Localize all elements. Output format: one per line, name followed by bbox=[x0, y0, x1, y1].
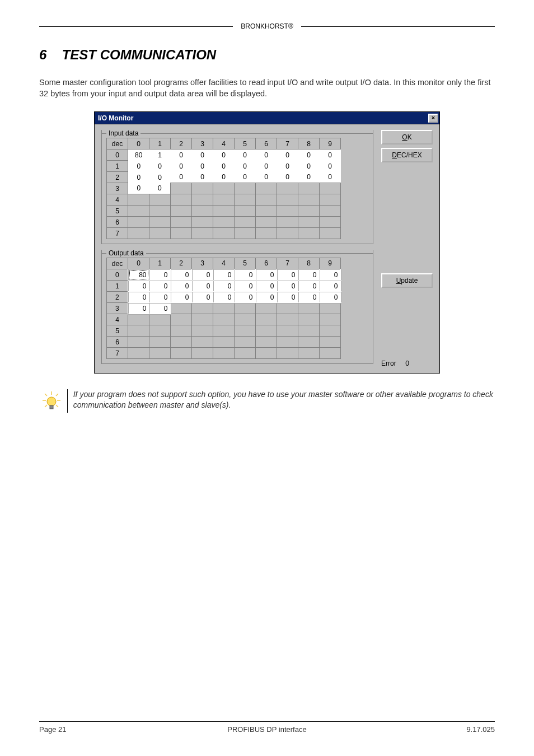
data-cell[interactable]: 0 bbox=[320, 281, 341, 292]
empty-cell bbox=[235, 314, 256, 325]
ok-button[interactable]: OK bbox=[381, 130, 433, 144]
empty-cell bbox=[171, 206, 192, 217]
brand-name: BRONKHORST® bbox=[241, 22, 293, 30]
empty-cell bbox=[213, 303, 235, 314]
data-cell[interactable]: 0 bbox=[277, 292, 298, 303]
row-header: 2 bbox=[107, 292, 128, 303]
table-row: 20000000000 bbox=[107, 292, 341, 303]
empty-cell bbox=[235, 206, 256, 217]
data-cell: 0 bbox=[256, 150, 277, 161]
empty-cell bbox=[298, 348, 320, 359]
empty-cell bbox=[277, 325, 298, 337]
output-col-header-row: dec0123456789 bbox=[107, 258, 341, 269]
data-cell[interactable]: 0 bbox=[298, 269, 320, 281]
data-cell: 0 bbox=[171, 150, 192, 161]
output-data-group: Output data dec0123456789 08000000000010… bbox=[101, 250, 373, 364]
data-cell[interactable]: 0 bbox=[149, 292, 171, 303]
data-cell[interactable]: 0 bbox=[192, 281, 213, 292]
col-header: 7 bbox=[277, 258, 298, 269]
empty-cell bbox=[277, 348, 298, 359]
data-cell: 0 bbox=[149, 161, 171, 172]
col-header: 9 bbox=[320, 138, 341, 150]
data-cell[interactable]: 0 bbox=[149, 303, 171, 314]
table-row: 20000000000 bbox=[107, 172, 341, 183]
footer-doc: PROFIBUS DP interface bbox=[191, 725, 343, 734]
empty-cell bbox=[213, 228, 235, 239]
update-button[interactable]: Update bbox=[381, 273, 433, 288]
data-cell[interactable]: 0 bbox=[149, 269, 171, 281]
table-row: 10000000000 bbox=[107, 281, 341, 292]
empty-cell bbox=[320, 228, 341, 239]
empty-cell bbox=[213, 206, 235, 217]
data-cell[interactable]: 0 bbox=[256, 269, 277, 281]
close-icon[interactable]: × bbox=[428, 114, 438, 123]
data-cell[interactable]: 0 bbox=[235, 269, 256, 281]
input-data-table: dec0123456789 08010000000010000000000200… bbox=[106, 138, 341, 239]
data-cell[interactable]: 0 bbox=[171, 281, 192, 292]
data-cell[interactable]: 0 bbox=[192, 292, 213, 303]
output-data-legend: Output data bbox=[106, 249, 146, 257]
tip-text: If your program does not support such op… bbox=[73, 389, 495, 410]
data-cell[interactable]: 80 bbox=[128, 269, 149, 281]
data-cell[interactable]: 0 bbox=[171, 292, 192, 303]
data-cell[interactable]: 0 bbox=[298, 292, 320, 303]
data-cell[interactable]: 0 bbox=[256, 292, 277, 303]
data-cell[interactable]: 0 bbox=[192, 269, 213, 281]
data-cell[interactable]: 0 bbox=[235, 292, 256, 303]
row-header: 6 bbox=[107, 217, 128, 228]
row-header: 6 bbox=[107, 337, 128, 348]
empty-cell bbox=[298, 183, 320, 194]
empty-cell bbox=[213, 194, 235, 206]
data-cell: 0 bbox=[235, 172, 256, 183]
empty-cell bbox=[256, 337, 277, 348]
empty-cell bbox=[256, 228, 277, 239]
data-cell: 0 bbox=[192, 172, 213, 183]
data-cell[interactable]: 0 bbox=[213, 281, 235, 292]
tip-block: If your program does not support such op… bbox=[39, 389, 495, 413]
col-header: 3 bbox=[192, 258, 213, 269]
empty-cell bbox=[320, 325, 341, 337]
data-cell: 0 bbox=[298, 150, 320, 161]
data-cell[interactable]: 0 bbox=[277, 269, 298, 281]
dialog-titlebar: I/O Monitor × bbox=[94, 111, 440, 124]
empty-cell bbox=[192, 325, 213, 337]
table-row: 5 bbox=[107, 325, 341, 337]
empty-cell bbox=[277, 314, 298, 325]
data-cell[interactable]: 0 bbox=[235, 281, 256, 292]
row-header-label: dec bbox=[107, 258, 128, 269]
data-cell[interactable]: 0 bbox=[320, 269, 341, 281]
data-cell[interactable]: 0 bbox=[128, 303, 149, 314]
data-cell[interactable]: 0 bbox=[171, 269, 192, 281]
data-cell: 0 bbox=[149, 172, 171, 183]
empty-cell bbox=[213, 314, 235, 325]
empty-cell bbox=[256, 183, 277, 194]
data-cell[interactable]: 0 bbox=[256, 281, 277, 292]
data-cell[interactable]: 0 bbox=[298, 281, 320, 292]
data-cell[interactable]: 0 bbox=[128, 281, 149, 292]
section-number: 6 bbox=[39, 47, 58, 63]
data-cell[interactable]: 0 bbox=[277, 281, 298, 292]
svg-point-7 bbox=[47, 397, 56, 406]
input-col-header-row: dec0123456789 bbox=[107, 138, 341, 150]
empty-cell bbox=[149, 337, 171, 348]
data-cell[interactable]: 0 bbox=[213, 292, 235, 303]
col-header: 0 bbox=[128, 258, 149, 269]
data-cell: 0 bbox=[128, 183, 149, 194]
data-cell[interactable]: 0 bbox=[213, 269, 235, 281]
empty-cell bbox=[235, 303, 256, 314]
empty-cell bbox=[171, 303, 192, 314]
empty-cell bbox=[320, 206, 341, 217]
data-cell[interactable]: 0 bbox=[320, 292, 341, 303]
data-cell[interactable]: 0 bbox=[149, 281, 171, 292]
empty-cell bbox=[128, 217, 149, 228]
table-row: 4 bbox=[107, 314, 341, 325]
data-cell[interactable]: 0 bbox=[128, 292, 149, 303]
data-cell: 0 bbox=[171, 161, 192, 172]
empty-cell bbox=[277, 206, 298, 217]
dec-hex-button[interactable]: DEC/HEX bbox=[381, 148, 433, 162]
table-row: 4 bbox=[107, 194, 341, 206]
empty-cell bbox=[298, 228, 320, 239]
data-cell: 0 bbox=[149, 183, 171, 194]
row-header: 7 bbox=[107, 228, 128, 239]
row-header: 4 bbox=[107, 314, 128, 325]
